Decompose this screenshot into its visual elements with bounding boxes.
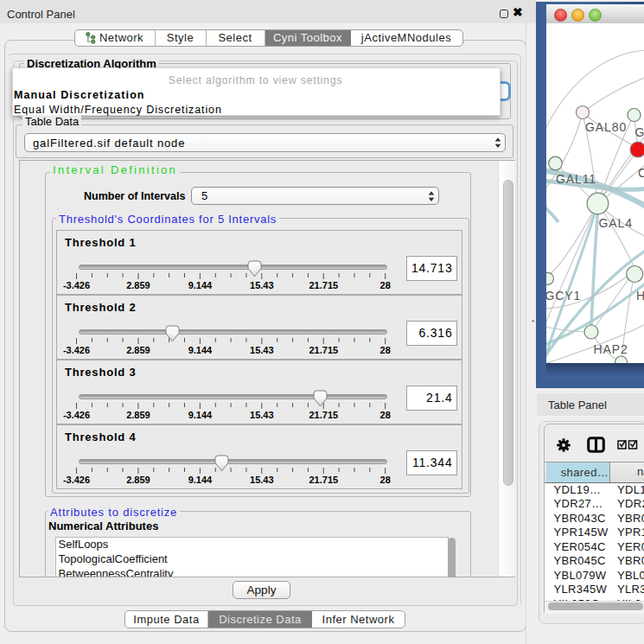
svg-text:GA: GA <box>634 125 644 139</box>
svg-text:GAL4: GAL4 <box>598 216 632 230</box>
svg-text:GAL80: GAL80 <box>585 120 627 134</box>
svg-text:C: C <box>638 166 644 180</box>
svg-text:GCY1: GCY1 <box>546 289 581 303</box>
svg-text:HAP2: HAP2 <box>593 342 628 356</box>
svg-text:GAL11: GAL11 <box>556 172 596 186</box>
svg-text:H: H <box>636 289 644 303</box>
